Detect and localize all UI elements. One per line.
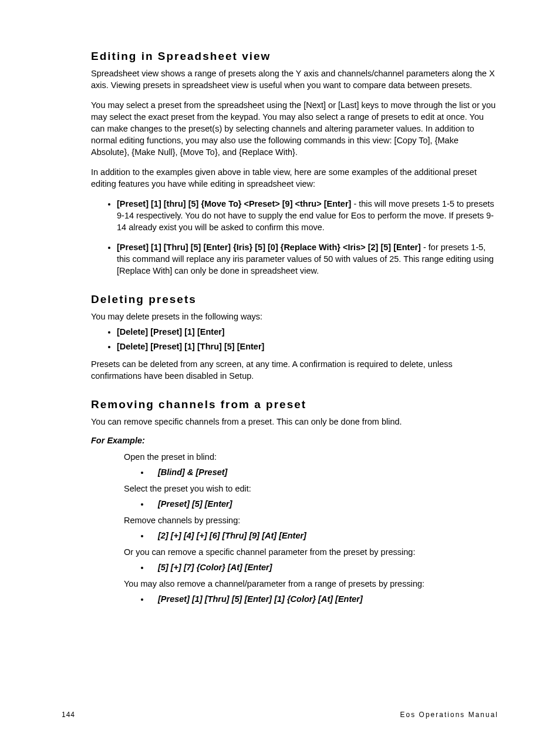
example-list: [Preset] [1] [thru] [5] {Move To} <Prese… — [91, 198, 498, 277]
paragraph: In addition to the examples given above … — [91, 166, 498, 190]
step-text: Select the preset you wish to edit: — [124, 483, 498, 494]
list-item: [Preset] [1] [Thru] [5] [Enter] [1] {Col… — [150, 593, 498, 605]
delete-commands-list: [Delete] [Preset] [1] [Enter] [Delete] [… — [91, 326, 498, 352]
heading-deleting-presets: Deleting presets — [91, 293, 498, 306]
list-item: [Delete] [Preset] [1] [Enter] — [117, 326, 498, 338]
list-item: [Preset] [5] [Enter] — [150, 498, 498, 510]
paragraph: Presets can be deleted from any screen, … — [91, 358, 498, 382]
command-text: [5] [+] [7] {Color} [At] [Enter] — [158, 563, 272, 572]
heading-removing-channels: Removing channels from a preset — [91, 398, 498, 411]
paragraph: Spreadsheet view shows a range of preset… — [91, 68, 498, 91]
paragraph: You can remove specific channels from a … — [91, 416, 498, 428]
page-number: 144 — [62, 711, 75, 719]
page-footer: 144 Eos Operations Manual — [62, 711, 498, 719]
page-content: Editing in Spreadsheet view Spreadsheet … — [0, 0, 560, 747]
paragraph: You may select a preset from the spreads… — [91, 99, 498, 158]
command-list: [Preset] [5] [Enter] — [91, 498, 498, 510]
command-list: [Preset] [1] [Thru] [5] [Enter] [1] {Col… — [91, 593, 498, 605]
list-item: [Delete] [Preset] [1] [Thru] [5] [Enter] — [117, 341, 498, 352]
list-item: [Blind] & [Preset] — [150, 466, 498, 478]
step-text: Open the preset in blind: — [124, 451, 498, 463]
for-example-label: For Example: — [91, 436, 498, 445]
book-title: Eos Operations Manual — [400, 711, 498, 719]
paragraph: You may delete presets in the following … — [91, 311, 498, 322]
command-list: [2] [+] [4] [+] [6] [Thru] [9] [At] [Ent… — [91, 530, 498, 541]
command-list: [5] [+] [7] {Color} [At] [Enter] — [91, 561, 498, 573]
command-text: [2] [+] [4] [+] [6] [Thru] [9] [At] [Ent… — [158, 531, 306, 540]
command-text: [Blind] & [Preset] — [158, 467, 227, 477]
list-item: [2] [+] [4] [+] [6] [Thru] [9] [At] [Ent… — [150, 530, 498, 541]
list-item: [Preset] [1] [thru] [5] {Move To} <Prese… — [117, 198, 498, 233]
command-text: [Preset] [1] [Thru] [5] [Enter] {Iris} [… — [117, 243, 421, 252]
step-text: Remove channels by pressing: — [124, 514, 498, 526]
step-text: You may also remove a channel/parameter … — [124, 578, 498, 590]
command-text: [Preset] [1] [thru] [5] {Move To} <Prese… — [117, 199, 351, 208]
command-text: [Preset] [1] [Thru] [5] [Enter] [1] {Col… — [158, 594, 363, 604]
list-item: [5] [+] [7] {Color} [At] [Enter] — [150, 561, 498, 573]
command-text: [Preset] [5] [Enter] — [158, 499, 232, 509]
list-item: [Preset] [1] [Thru] [5] [Enter] {Iris} [… — [117, 241, 498, 277]
step-text: Or you can remove a specific channel par… — [124, 546, 498, 558]
heading-editing-spreadsheet: Editing in Spreadsheet view — [91, 50, 498, 63]
command-list: [Blind] & [Preset] — [91, 466, 498, 478]
